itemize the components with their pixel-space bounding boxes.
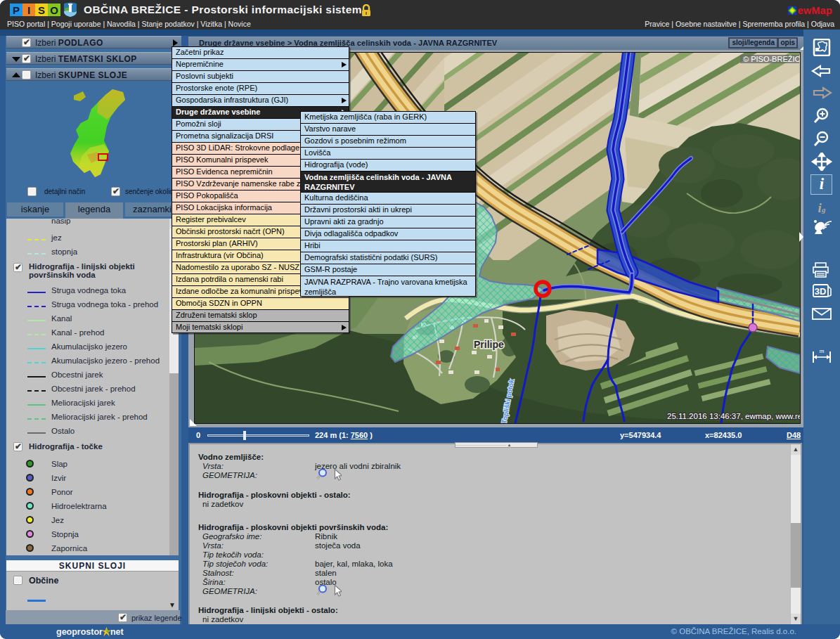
svg-text:25.11.2016 13:46:37, ewmap, ww: 25.11.2016 13:46:37, ewmap, www.realis.s… (667, 412, 800, 420)
svg-text:3D: 3D (815, 286, 827, 297)
svg-text:© PISO-BREŽICE: © PISO-BREŽICE (743, 55, 800, 63)
svg-text:Prilipe: Prilipe (474, 339, 504, 350)
svg-text:m: m (820, 348, 825, 354)
